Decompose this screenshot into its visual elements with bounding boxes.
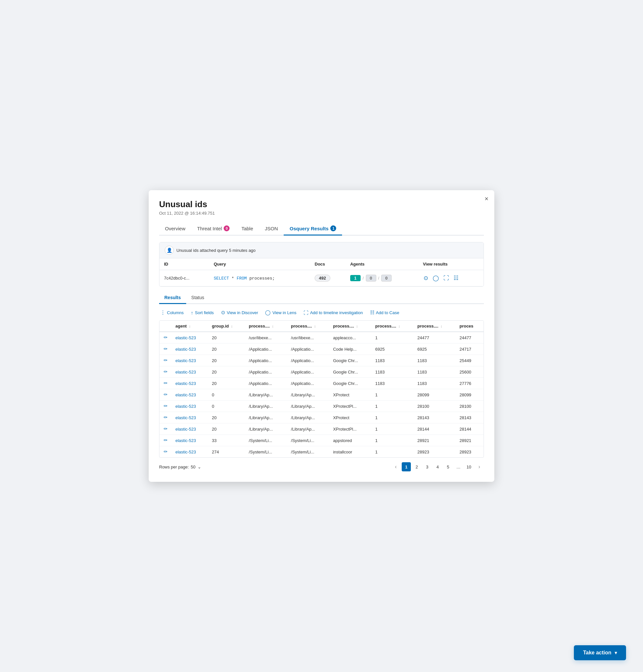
col-icon: [159, 321, 171, 332]
cell-group-id: 0: [208, 389, 245, 400]
results-tabs: Results Status: [159, 292, 484, 304]
add-timeline-button[interactable]: ⛶ Add to timeline investigation: [302, 309, 364, 316]
row-expand-icon[interactable]: ⚰: [163, 437, 168, 443]
query-agents: 1 / 0 / 0: [345, 270, 418, 286]
page-1-button[interactable]: 1: [402, 462, 411, 471]
tab-threat-intel[interactable]: Threat Intel 0: [191, 223, 236, 236]
cell-proc5: 1183: [413, 366, 456, 378]
col-proc6[interactable]: proces: [456, 321, 484, 332]
table-row: ⚰ elastic-523 20 /Applicatio... /Applica…: [159, 378, 484, 389]
col-proc5[interactable]: process.... ↕: [413, 321, 456, 332]
row-expand-icon[interactable]: ⚰: [163, 449, 168, 454]
timeline-icon: ⛶: [304, 310, 308, 315]
table-row: ⚰ elastic-523 20 /Applicatio... /Applica…: [159, 366, 484, 378]
agent-link[interactable]: elastic-523: [175, 438, 196, 443]
view-in-discover-button[interactable]: ⊙ View in Discover: [220, 309, 259, 316]
discover-icon: ⊙: [221, 310, 225, 315]
agent-link[interactable]: elastic-523: [175, 393, 196, 397]
row-icon-cell: ⚰: [159, 423, 171, 435]
agent-link[interactable]: elastic-523: [175, 370, 196, 374]
cell-proc4: 1: [372, 423, 413, 435]
results-tab-status[interactable]: Status: [186, 292, 210, 304]
col-proc1[interactable]: process.... ↕: [245, 321, 287, 332]
sort-fields-button[interactable]: ↑ Sort fields: [190, 309, 215, 316]
agent-link[interactable]: elastic-523: [175, 404, 196, 409]
agent-link[interactable]: elastic-523: [175, 358, 196, 363]
prev-page-button[interactable]: ‹: [391, 462, 400, 471]
cell-proc5: 28144: [413, 423, 456, 435]
results-tab-results[interactable]: Results: [159, 292, 186, 304]
cell-proc6: 25600: [456, 366, 484, 378]
table-row: ⚰ elastic-523 20 /Library/Ap... /Library…: [159, 423, 484, 435]
columns-icon: ⋮: [160, 310, 165, 315]
cell-proc1: /Library/Ap...: [245, 423, 287, 435]
row-expand-icon[interactable]: ⚰: [163, 380, 168, 386]
col-agent[interactable]: agent ↕: [171, 321, 208, 332]
view-discover-icon-btn[interactable]: ⊙: [423, 274, 429, 282]
agents-gray1: 0: [366, 275, 376, 281]
sort-icon: ↑: [191, 310, 193, 315]
data-table: agent ↕ group.id ↕ process.... ↕ process…: [159, 321, 484, 457]
page-3-button[interactable]: 3: [423, 462, 432, 471]
table-row: ⚰ elastic-523 33 /System/Li... /System/L…: [159, 435, 484, 446]
agent-link[interactable]: elastic-523: [175, 415, 196, 420]
cell-agent: elastic-523: [171, 389, 208, 400]
row-expand-icon[interactable]: ⚰: [163, 358, 168, 363]
pagination: Rows per page: 50 ⌄ ‹ 1 2 3 4 5 … 10 ›: [159, 462, 484, 471]
row-expand-icon[interactable]: ⚰: [163, 346, 168, 352]
next-page-button[interactable]: ›: [475, 462, 484, 471]
tab-table[interactable]: Table: [235, 223, 259, 236]
row-expand-icon[interactable]: ⚰: [163, 335, 168, 340]
rows-per-page[interactable]: Rows per page: 50 ⌄: [159, 465, 201, 469]
cell-group-id: 20: [208, 332, 245, 344]
row-expand-icon[interactable]: ⚰: [163, 369, 168, 374]
view-in-lens-button[interactable]: ◯ View in Lens: [264, 309, 298, 316]
cell-proc4: 1: [372, 400, 413, 412]
row-expand-icon[interactable]: ⚰: [163, 426, 168, 432]
cell-proc2: /Library/Ap...: [287, 400, 329, 412]
add-case-button[interactable]: ☷ Add to Case: [369, 309, 401, 316]
columns-button[interactable]: ⋮ Columns: [159, 309, 185, 316]
agent-link[interactable]: elastic-523: [175, 335, 196, 340]
row-icon-cell: ⚰: [159, 366, 171, 378]
col-id: ID: [159, 259, 209, 270]
agent-link[interactable]: elastic-523: [175, 427, 196, 432]
cell-proc6: 24477: [456, 332, 484, 344]
page-2-button[interactable]: 2: [412, 462, 421, 471]
table-row: ⚰ elastic-523 0 /Library/Ap... /Library/…: [159, 389, 484, 400]
col-proc3[interactable]: process.... ↕: [329, 321, 371, 332]
view-table-icon-btn[interactable]: ☷: [453, 274, 459, 282]
agent-link[interactable]: elastic-523: [175, 449, 196, 454]
cell-proc5: 6925: [413, 344, 456, 355]
toolbar: ⋮ Columns ↑ Sort fields ⊙ View in Discov…: [159, 309, 484, 316]
cell-proc4: 6925: [372, 344, 413, 355]
col-proc4[interactable]: process.... ↕: [372, 321, 413, 332]
cell-group-id: 33: [208, 435, 245, 446]
view-graph-icon-btn[interactable]: ⛶: [443, 274, 450, 282]
agent-link[interactable]: elastic-523: [175, 347, 196, 352]
col-group-id[interactable]: group.id ↕: [208, 321, 245, 332]
row-expand-icon[interactable]: ⚰: [163, 392, 168, 397]
page-4-button[interactable]: 4: [433, 462, 442, 471]
tab-osquery[interactable]: Osquery Results 1: [284, 223, 342, 236]
row-expand-icon[interactable]: ⚰: [163, 403, 168, 409]
cell-proc3: Google Chr...: [329, 378, 371, 389]
cell-group-id: 20: [208, 423, 245, 435]
tab-overview[interactable]: Overview: [159, 223, 191, 236]
view-lens-icon-btn[interactable]: ◯: [432, 274, 439, 282]
cell-proc1: /Library/Ap...: [245, 412, 287, 423]
page-5-button[interactable]: 5: [444, 462, 452, 471]
take-action-button[interactable]: Take action ▾: [574, 645, 626, 660]
cell-proc2: /Applicatio...: [287, 344, 329, 355]
tab-json[interactable]: JSON: [259, 223, 284, 236]
tabs-bar: Overview Threat Intel 0 Table JSON Osque…: [159, 223, 484, 236]
row-icon-cell: ⚰: [159, 332, 171, 344]
col-docs: Docs: [310, 259, 345, 270]
cell-proc3: Google Chr...: [329, 355, 371, 366]
row-expand-icon[interactable]: ⚰: [163, 415, 168, 420]
col-proc2[interactable]: process.... ↕: [287, 321, 329, 332]
close-button[interactable]: ×: [485, 195, 488, 202]
cell-proc6: 25449: [456, 355, 484, 366]
agent-link[interactable]: elastic-523: [175, 381, 196, 386]
page-10-button[interactable]: 10: [464, 462, 473, 471]
